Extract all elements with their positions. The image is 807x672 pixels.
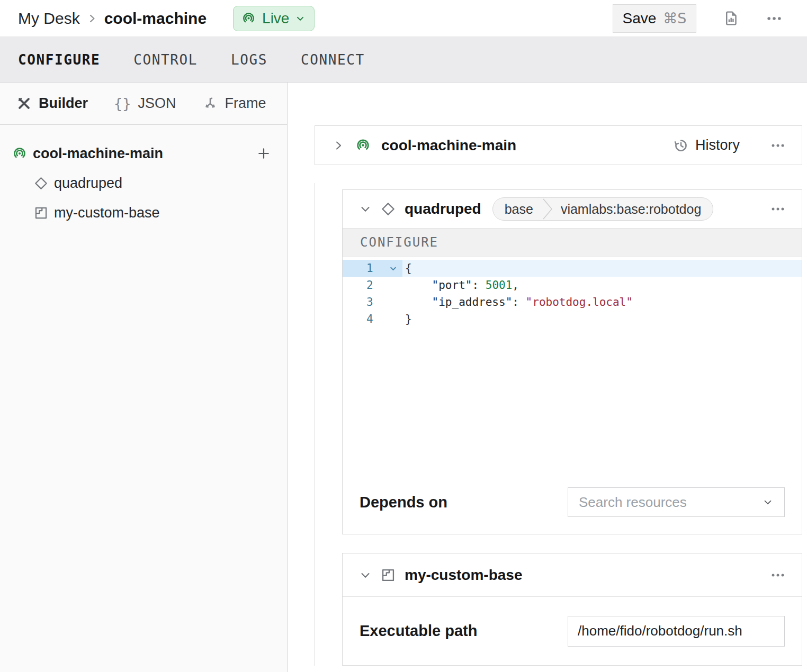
machine-report-icon[interactable] xyxy=(723,10,739,26)
card-menu-ellipsis-icon[interactable] xyxy=(770,567,786,583)
machine-part-card: cool-machine-main History xyxy=(315,125,802,165)
quadruped-component-card: quadruped base viamlabs:base:robotdog CO… xyxy=(342,189,802,534)
tools-icon xyxy=(16,96,32,111)
viam-machine-page: My Desk cool-machine Live Save ⌘S xyxy=(0,0,807,672)
depends-on-select[interactable]: Search resources xyxy=(568,487,785,517)
tree-item-quadruped[interactable]: quadruped xyxy=(0,168,287,198)
live-status-label: Live xyxy=(262,10,289,27)
signal-icon xyxy=(12,146,28,161)
page-body: Builder {} JSON Frame xyxy=(0,83,807,672)
viewtab-json[interactable]: {} JSON xyxy=(114,95,176,112)
code-line-2[interactable]: 2 "port": 5001, xyxy=(343,277,802,294)
code-line-3[interactable]: 3 "ip_address": "robotdog.local" xyxy=(343,294,802,311)
machine-part-title: cool-machine-main xyxy=(381,137,516,154)
module-card-body: Executable path /home/fido/robotdog/run.… xyxy=(343,597,802,665)
breadcrumb-parent[interactable]: My Desk xyxy=(18,10,80,28)
executable-path-value: /home/fido/robotdog/run.sh xyxy=(578,623,742,639)
depends-on-label: Depends on xyxy=(360,494,447,511)
save-button-label: Save xyxy=(623,10,657,27)
module-icon xyxy=(34,206,48,220)
tab-configure[interactable]: CONFIGURE xyxy=(18,52,100,68)
history-button[interactable]: History xyxy=(673,137,740,153)
machine-tabbar: CONFIGURE CONTROL LOGS CONNECT xyxy=(0,37,807,83)
module-card-header: my-custom-base xyxy=(343,553,802,597)
attributes-section-label: CONFIGURE xyxy=(360,235,438,250)
viewtab-builder-label: Builder xyxy=(39,95,88,112)
viewtab-frame[interactable]: Frame xyxy=(202,95,266,112)
card-menu-ellipsis-icon[interactable] xyxy=(770,138,786,153)
code-line-4[interactable]: 4 } xyxy=(343,311,802,328)
top-header: My Desk cool-machine Live Save ⌘S xyxy=(0,0,807,37)
viewtab-builder[interactable]: Builder xyxy=(16,95,88,112)
signal-icon xyxy=(355,137,371,153)
tab-logs[interactable]: LOGS xyxy=(231,52,267,68)
chevron-down-icon xyxy=(762,496,774,508)
viewtab-json-label: JSON xyxy=(138,95,176,112)
tree-item-label: my-custom-base xyxy=(54,205,160,221)
diamond-icon xyxy=(381,202,396,216)
breadcrumb-current: cool-machine xyxy=(104,10,207,28)
header-menu-ellipsis-icon[interactable] xyxy=(766,10,783,27)
chevron-down-icon[interactable] xyxy=(359,569,372,582)
component-model: viamlabs:base:robotdog xyxy=(554,202,713,217)
component-type: base xyxy=(493,202,541,217)
configure-sidebar: Builder {} JSON Frame xyxy=(0,83,288,672)
live-status-dropdown[interactable]: Live xyxy=(233,6,315,31)
view-mode-tabs: Builder {} JSON Frame xyxy=(0,83,287,125)
tree-item-label: cool-machine-main xyxy=(33,146,163,162)
tree-item-label: quadruped xyxy=(54,175,122,192)
add-component-button[interactable] xyxy=(256,146,271,161)
depends-on-placeholder: Search resources xyxy=(579,494,687,511)
module-title: my-custom-base xyxy=(405,567,523,584)
attributes-section-header: CONFIGURE xyxy=(343,228,802,257)
viewtab-frame-label: Frame xyxy=(225,95,266,112)
tree-connector-line xyxy=(315,183,315,666)
braces-icon: {} xyxy=(114,95,131,112)
attributes-json-editor[interactable]: 1 { 2 "port": 5001, 3 "ip_ad xyxy=(343,257,802,470)
executable-path-input[interactable]: /home/fido/robotdog/run.sh xyxy=(568,616,785,647)
tree-item-machine-part[interactable]: cool-machine-main xyxy=(0,139,287,168)
card-menu-ellipsis-icon[interactable] xyxy=(770,201,786,217)
component-card-header: quadruped base viamlabs:base:robotdog xyxy=(343,190,802,228)
line-number-gutter: 4 xyxy=(343,311,402,328)
signal-icon xyxy=(241,11,256,26)
custom-base-module-card: my-custom-base Executable path /home/fid… xyxy=(342,553,802,666)
component-type-badge[interactable]: base viamlabs:base:robotdog xyxy=(492,197,714,221)
fold-chevron-icon[interactable] xyxy=(389,264,398,273)
component-title: quadruped xyxy=(405,201,481,217)
tab-control[interactable]: CONTROL xyxy=(133,52,198,68)
save-shortcut-hint: ⌘S xyxy=(663,10,686,26)
chevron-down-icon xyxy=(295,13,306,24)
code-line-1[interactable]: 1 { xyxy=(343,260,802,277)
depends-on-section: Depends on Search resources xyxy=(343,470,802,534)
breadcrumb-chevron-icon xyxy=(87,13,97,24)
diamond-icon xyxy=(34,176,48,190)
line-number-gutter: 2 xyxy=(343,277,402,294)
chevron-right-icon[interactable] xyxy=(332,139,345,152)
tree-item-my-custom-base[interactable]: my-custom-base xyxy=(0,198,287,228)
executable-path-label: Executable path xyxy=(360,622,477,640)
resource-tree: cool-machine-main quadruped my-custom-b xyxy=(0,125,287,228)
module-icon xyxy=(381,568,396,583)
chevron-down-icon[interactable] xyxy=(359,203,372,215)
line-number-gutter: 3 xyxy=(343,294,402,311)
save-button[interactable]: Save ⌘S xyxy=(613,4,696,33)
history-icon xyxy=(673,138,689,153)
configure-content: cool-machine-main History xyxy=(288,83,807,672)
axes-icon xyxy=(202,96,218,112)
line-number-gutter: 1 xyxy=(343,260,402,277)
history-label: History xyxy=(695,137,740,153)
tab-connect[interactable]: CONNECT xyxy=(301,52,365,68)
badge-divider-chevron-icon xyxy=(541,198,554,220)
